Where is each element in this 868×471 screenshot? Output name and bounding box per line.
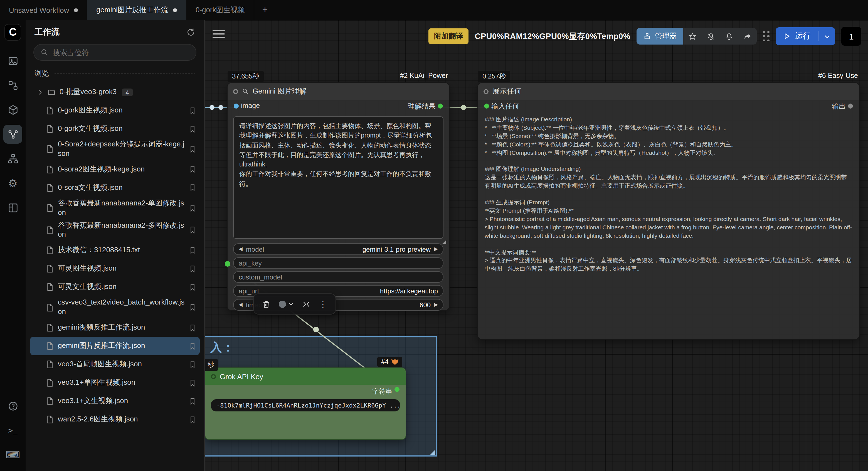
list-item[interactable]: 0-sora2图生视频-kege.json (30, 160, 200, 179)
notifications-muted-button[interactable] (702, 28, 720, 45)
resize-handle[interactable] (430, 450, 435, 455)
bookmark-icon[interactable] (189, 303, 196, 311)
list-item[interactable]: 谷歌香蕉最新nanabanana2-多图修改.json (30, 219, 200, 241)
prev-arrow-icon[interactable]: ◀ (239, 247, 243, 252)
bookmark-icon[interactable] (189, 184, 196, 192)
list-item[interactable]: csv-veo3_text2video_batch_workflow.json (30, 296, 200, 319)
next-arrow-icon[interactable]: ▶ (434, 247, 438, 252)
bookmark-icon[interactable] (189, 204, 196, 212)
tab-unsaved-workflow[interactable]: Unsaved Workflow (0, 0, 87, 20)
collapse-icon[interactable] (302, 300, 310, 308)
node-header[interactable]: Gemini 图片理解 (227, 83, 449, 100)
prev-arrow-icon[interactable]: ◀ (239, 302, 243, 307)
run-button[interactable]: 运行 (776, 31, 818, 41)
batch-count[interactable]: 1 (841, 27, 861, 46)
trash-icon[interactable] (262, 300, 271, 308)
output-port-string[interactable] (395, 387, 400, 392)
bookmark-icon[interactable] (189, 284, 196, 291)
bookmark-icon[interactable] (189, 360, 196, 368)
rail-layout-button[interactable] (3, 198, 22, 217)
rail-model-library-button[interactable] (3, 100, 22, 119)
input-port-any[interactable] (484, 104, 489, 109)
bookmark-icon[interactable] (189, 342, 196, 350)
bookmark-icon[interactable] (189, 379, 196, 387)
node-header[interactable]: Grok API Key (205, 368, 406, 385)
folder-row[interactable]: 0-批量veo3-grok3 4 (30, 83, 200, 101)
list-item[interactable]: 可灵图生视频.json (30, 260, 200, 278)
file-label: veo3-首尾帧图生视频.json (58, 360, 185, 369)
node-display-any[interactable]: 0.257秒 #6 Easy-Use 展示任何 输入任何 输出 ### 图片描述… (477, 82, 860, 340)
bookmark-icon[interactable] (189, 145, 196, 153)
rail-terminal-button[interactable]: >_ (3, 421, 22, 440)
hamburger-menu-icon[interactable] (213, 28, 225, 40)
bookmark-icon[interactable] (189, 125, 196, 133)
output-port-result[interactable] (438, 104, 443, 109)
output-port[interactable] (848, 104, 853, 109)
next-arrow-icon[interactable]: ▶ (434, 302, 438, 307)
translate-badge[interactable]: 附加翻译 (429, 28, 469, 44)
color-picker[interactable] (279, 300, 294, 307)
comfyui-logo[interactable]: C (4, 24, 21, 41)
list-item[interactable]: 技术微信：312088415.txt (30, 241, 200, 260)
rail-help-button[interactable] (3, 396, 22, 415)
input-port-image[interactable] (234, 104, 239, 109)
tab-gemini-workflow[interactable]: gemini图片反推工作流 (87, 0, 187, 20)
rail-shortcuts-button[interactable]: ⌨ (3, 445, 22, 464)
tab-gork-workflow[interactable]: 0-gork图生视频 (187, 0, 254, 20)
list-item[interactable]: 谷歌香蕉最新nanabanana2-单图修改.json (30, 197, 200, 219)
list-item[interactable]: 可灵文生视频.json (30, 278, 200, 296)
rail-settings-button[interactable]: ⚙ (3, 174, 22, 193)
bookmark-icon[interactable] (189, 324, 196, 331)
list-item[interactable]: gemini视频反推工作流.json (30, 319, 200, 337)
rail-queue-gallery-button[interactable] (3, 51, 22, 70)
list-item[interactable]: 0-Sora2+deepseek分镜提示词器-kege.json (30, 138, 200, 160)
bookmark-icon[interactable] (189, 226, 196, 234)
node-canvas[interactable]: 附加翻译 CPU0%RAM12%GPU0%显存0%Temp0% 管理器 (205, 20, 868, 471)
list-item[interactable]: 0-sora文生视频.json (30, 179, 200, 197)
textarea-resize-grip[interactable] (442, 240, 446, 244)
list-item-selected[interactable]: gemini图片反推工作流.json (30, 337, 200, 355)
search-box[interactable] (33, 44, 196, 61)
kebab-menu-icon[interactable]: ⋮ (319, 300, 327, 308)
rail-workflows-button[interactable] (3, 125, 22, 144)
bookmark-icon[interactable] (189, 166, 196, 173)
search-input[interactable] (53, 48, 189, 57)
share-button[interactable] (738, 28, 757, 45)
list-item[interactable]: 0-gork文生视频.json (30, 120, 200, 138)
input-port-api-key[interactable] (225, 261, 230, 267)
list-item[interactable]: veo3.1+文生视频.json (30, 392, 200, 410)
api-key-input[interactable]: api_key (233, 257, 443, 269)
custom-model-input[interactable]: custom_model (233, 271, 443, 283)
node-grok-api-key[interactable]: Grok API Key 字符串 -81Ok7mlRjHO1CsL6R4AnRL… (205, 367, 406, 440)
rail-templates-button[interactable] (3, 149, 22, 168)
refresh-icon[interactable] (186, 28, 195, 36)
bookmark-icon[interactable] (189, 107, 196, 114)
bookmark-icon[interactable] (189, 265, 196, 273)
rail-node-library-button[interactable] (3, 76, 22, 95)
node-header[interactable]: 展示任何 (478, 83, 859, 100)
bookmark-icon[interactable] (189, 416, 196, 423)
collapse-dot[interactable] (484, 89, 489, 94)
drag-handle-icon[interactable] (763, 31, 770, 41)
list-item[interactable]: wan2.5-2.6图生视频.json (30, 410, 200, 429)
collapse-dot[interactable] (233, 89, 238, 94)
list-item[interactable]: veo3-首尾帧图生视频.json (30, 355, 200, 374)
new-tab-button[interactable]: + (254, 0, 276, 20)
bookmark-icon[interactable] (189, 397, 196, 405)
list-item[interactable]: veo3.1+单图生视频.json (30, 374, 200, 392)
collapse-dot[interactable] (211, 374, 216, 379)
star-button[interactable] (683, 28, 702, 45)
file-icon (45, 303, 54, 312)
list-item[interactable]: 0-gork图生视频.json (30, 101, 200, 120)
manager-button[interactable]: 管理器 (637, 28, 683, 45)
notifications-button[interactable] (720, 28, 738, 45)
bell-slash-icon (707, 32, 715, 40)
model-widget[interactable]: ◀ model gemini-3.1-pro-preview ▶ (233, 243, 443, 255)
chevron-right-icon[interactable] (37, 89, 43, 95)
run-label: 运行 (795, 31, 811, 41)
run-options-button[interactable] (818, 33, 835, 40)
bookmark-icon[interactable] (189, 247, 196, 255)
node-gemini-image-understanding[interactable]: 37.655秒 #2 KuAi_Power Gemini 图片理解 image … (227, 82, 450, 311)
prompt-textarea[interactable]: 请详细描述这张图片的内容，包括主要物体、场景、颜色和构图。帮我理解并解释这张图片… (233, 116, 443, 239)
api-key-value-input[interactable]: -81Ok7mlRjHO1CsL6R4AnRLzo1JnYczjqeJxdx2L… (211, 399, 400, 411)
